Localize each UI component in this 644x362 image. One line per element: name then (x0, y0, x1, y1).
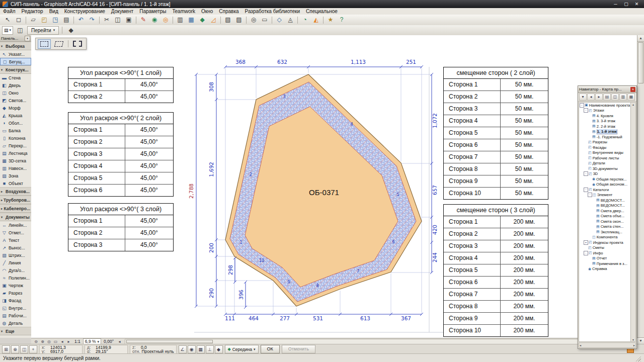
copy-icon[interactable]: ◫ (113, 15, 123, 25)
toolbox-group[interactable]: ▸Кабелепро... (0, 204, 31, 213)
teamwork-icon[interactable]: ◔ (300, 15, 310, 25)
tree-item[interactable]: ▤ВЕДОМОСТ... (579, 198, 630, 203)
forward-icon[interactable]: ▸ (595, 94, 603, 101)
ruler-icon[interactable]: ◫ (20, 345, 28, 353)
view-rotation-label[interactable]: 0,00° (102, 339, 115, 344)
tree-expander-icon[interactable]: - (580, 103, 584, 108)
next-view-icon[interactable]: ▸ (65, 339, 72, 344)
toolbox-group[interactable]: ▾Выборка (0, 42, 31, 50)
magnet-icon[interactable]: ◆ (197, 15, 207, 25)
relative-coords-icon[interactable]: ∠ (179, 345, 187, 353)
scroll-up-icon[interactable]: ▲ (637, 35, 644, 42)
tree-item[interactable]: ▤1. 1-й этаж (579, 129, 630, 135)
panel-selector[interactable]: ▤ ▾ (2, 26, 13, 35)
toolbox-group[interactable]: ▾Конструк... (0, 65, 31, 74)
grid-lock-icon[interactable]: ▦ (197, 345, 205, 353)
maximize-button[interactable]: ▢ (623, 2, 629, 7)
menu-item[interactable]: Файл (0, 8, 19, 15)
tree-item[interactable]: ◉Общая перспек... (579, 176, 630, 182)
toolbox-tool[interactable]: ▨Зона (0, 172, 31, 179)
groups-icon[interactable]: ▧ (223, 15, 233, 25)
tree-item[interactable]: ▤Примечания в з... (579, 261, 630, 266)
marquee-single-story-button[interactable] (38, 39, 51, 49)
menu-item[interactable]: Редактор (19, 8, 46, 15)
go-to-button[interactable]: Перейти ▾ (27, 26, 59, 35)
drawing-canvas[interactable]: 368 632 1,113 251 111 464 277 531 613 36… (31, 35, 637, 338)
layout-book-icon[interactable]: ▥ (619, 94, 627, 101)
minimize-button[interactable]: ─ (612, 2, 619, 7)
tree-item[interactable]: ▤Смета объе... (579, 214, 630, 219)
toolbox-group[interactable]: ▸Воздухов... (0, 187, 31, 196)
scroll-left-icon[interactable]: ◂ (580, 343, 581, 347)
navigator-close-icon[interactable]: × (630, 87, 635, 92)
menu-item[interactable]: Teamwork (170, 8, 199, 15)
toolbox-tool[interactable]: ◆Морф (0, 104, 31, 112)
tree-expander-icon[interactable]: - (588, 193, 592, 197)
toolbox-tool[interactable]: ▭Балка (0, 127, 31, 134)
toolbox-tool[interactable]: ◫Окно (0, 89, 31, 97)
menu-item[interactable]: Разработка библиотеки (242, 8, 303, 15)
tree-item[interactable]: +◰Индексы проекта (579, 240, 630, 245)
paste-icon[interactable]: ▣ (124, 15, 134, 25)
tree-item[interactable]: ◰3D-документы (579, 166, 630, 171)
lock-icon[interactable]: ▨ (234, 15, 244, 25)
tree-item[interactable]: ▤Смета двер... (579, 208, 630, 214)
tree-expander-icon[interactable]: - (584, 171, 588, 176)
tree-item[interactable]: ▤3. 3-й этаж (579, 119, 630, 124)
marquee-all-stories-button[interactable] (71, 39, 84, 49)
tree-expander-icon[interactable]: + (584, 240, 588, 245)
zoom-icon[interactable]: ◎ (249, 15, 259, 25)
toolbox-tool[interactable]: ■Объект (0, 179, 31, 187)
scrollbar-thumb[interactable] (126, 340, 213, 343)
toolbox-tool[interactable]: ↔Линейн... (0, 221, 31, 229)
scrollbar-thumb[interactable] (638, 42, 643, 83)
toolbox-tool[interactable]: ◗Обол... (0, 119, 31, 127)
undo-icon[interactable]: ↶ (76, 15, 86, 25)
snap-settings-icon[interactable]: ◆ (215, 345, 223, 353)
guide-lines-icon[interactable]: ◿ (208, 15, 218, 25)
toolbox-tool[interactable]: ↗Вынос... (0, 244, 31, 251)
toolbox-tool[interactable]: ◠Дуга/о... (0, 266, 31, 274)
pin-icon[interactable]: ◆ (66, 26, 76, 35)
view-map-icon[interactable]: ◫ (611, 94, 619, 101)
tree-item[interactable]: ▤Смета окон... (579, 219, 630, 224)
toolbox-tool[interactable]: ≈Полилин... (0, 274, 31, 282)
scroll-left-icon[interactable]: ◂ (116, 339, 123, 344)
cancel-button[interactable]: Отменить (282, 345, 315, 353)
toolbox-group[interactable]: ▸Трубопров... (0, 196, 31, 204)
tree-item[interactable]: -◰Каталоги (579, 187, 630, 193)
menu-item[interactable]: Конструирование (61, 8, 108, 15)
zoom-in-icon[interactable]: ⊕ (39, 339, 46, 344)
toolbox-tool[interactable]: ▥Навесн... (0, 164, 31, 172)
tree-item[interactable]: ◰Разрезы (579, 140, 630, 145)
ok-button[interactable]: ОК (261, 345, 280, 353)
inject-parameters-icon[interactable]: ◎ (160, 15, 171, 25)
toolbox-tool[interactable]: ╱Линия (0, 259, 31, 266)
tree-item[interactable]: ◰Фасады (579, 145, 630, 150)
project-map-icon[interactable]: ▤ (603, 94, 611, 101)
canvas-horizontal-scrollbar[interactable] (125, 339, 627, 344)
toolbox-tool[interactable]: ▤Рабочи... (0, 312, 31, 319)
tree-item[interactable]: ▤4. Кровля (579, 113, 630, 119)
resize-grip[interactable] (634, 355, 641, 361)
toolbox-tool[interactable]: ◩Светов... (0, 97, 31, 104)
menu-item[interactable]: Окно (198, 8, 216, 15)
3d-view-icon[interactable]: ◇ (274, 15, 284, 25)
zoom-out-icon[interactable]: ⊖ (33, 339, 39, 344)
toolbox-tool[interactable]: ▦3D-сетка (0, 157, 31, 164)
toolbox-tool[interactable]: ◭Крыша (0, 112, 31, 119)
origin-icon[interactable]: ⊕ (11, 345, 19, 353)
tree-item[interactable]: ◰Сметы (579, 245, 630, 251)
polar-coords-icon[interactable]: ◉ (188, 345, 196, 353)
back-icon[interactable]: ◂ (587, 94, 595, 101)
tree-item[interactable]: -◰Инфо (579, 250, 630, 256)
pick-up-parameters-icon[interactable]: ◉ (149, 15, 159, 25)
scroll-right-icon[interactable]: ▸ (633, 343, 635, 347)
toolbox-tool[interactable]: ▬Стена (0, 74, 31, 81)
tree-expander-icon[interactable]: - (584, 188, 588, 192)
toolbox-tool[interactable]: ▰Разрез (0, 289, 31, 297)
menu-item[interactable]: Документ (108, 8, 136, 15)
tree-expander-icon[interactable]: - (584, 108, 588, 113)
redo-icon[interactable]: ↷ (87, 15, 97, 25)
toolbox-tool[interactable]: ◻Бегущ... (0, 58, 31, 65)
